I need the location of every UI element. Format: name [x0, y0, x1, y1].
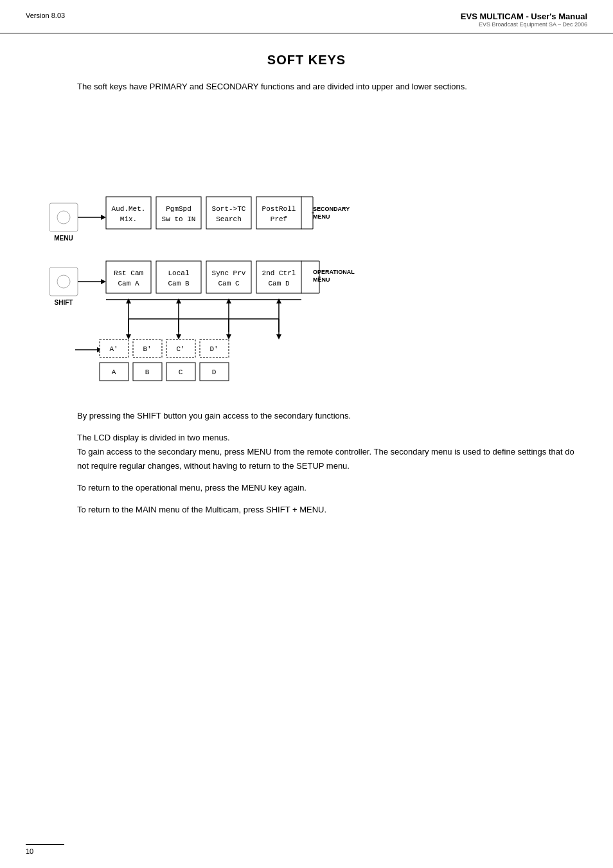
- svg-text:MENU: MENU: [54, 235, 73, 242]
- svg-text:C: C: [179, 368, 183, 376]
- svg-marker-4: [101, 215, 106, 220]
- svg-text:MENU: MENU: [313, 276, 330, 283]
- svg-text:SECONDARY: SECONDARY: [313, 206, 350, 212]
- svg-text:Cam D: Cam D: [268, 280, 289, 287]
- svg-rect-37: [256, 261, 301, 293]
- svg-marker-48: [126, 298, 131, 303]
- body-text-1: By pressing the SHIFT button you gain ac…: [77, 409, 587, 423]
- svg-marker-52: [226, 298, 231, 303]
- svg-marker-50: [176, 298, 181, 303]
- svg-text:D': D': [209, 345, 218, 353]
- svg-rect-14: [256, 197, 301, 229]
- svg-text:B: B: [145, 368, 150, 376]
- svg-text:PostRoll: PostRoll: [262, 205, 296, 213]
- svg-point-1: [57, 211, 70, 224]
- svg-text:Sort->TC: Sort->TC: [212, 205, 246, 213]
- svg-text:Cam B: Cam B: [168, 280, 189, 287]
- svg-text:C': C': [176, 345, 184, 353]
- svg-rect-34: [206, 261, 251, 293]
- page-number: 10: [26, 847, 33, 855]
- svg-text:Aud.Met.: Aud.Met.: [112, 205, 146, 213]
- svg-text:Sync Prv: Sync Prv: [212, 269, 246, 277]
- svg-text:2nd Ctrl: 2nd Ctrl: [262, 269, 296, 277]
- svg-marker-27: [101, 279, 106, 284]
- svg-rect-11: [206, 197, 251, 229]
- version-label: Version 8.03: [26, 12, 65, 19]
- svg-rect-8: [156, 197, 201, 229]
- diagram-svg: MENU Aud.Met. Mix. PgmSpd Sw to IN Sort-…: [26, 113, 587, 390]
- svg-text:B': B': [143, 345, 151, 353]
- svg-marker-58: [176, 334, 181, 339]
- svg-text:Cam C: Cam C: [218, 280, 239, 287]
- section-title: SOFT KEYS: [26, 53, 587, 68]
- svg-marker-62: [276, 334, 281, 339]
- svg-text:Mix.: Mix.: [120, 215, 137, 223]
- page-footer: 10: [26, 844, 64, 855]
- page-header: Version 8.03 EVS MULTICAM - User's Manua…: [0, 0, 613, 33]
- header-right: EVS MULTICAM - User's Manual EVS Broadca…: [461, 12, 587, 28]
- body-text-5: To return to the MAIN menu of the Multic…: [77, 503, 587, 517]
- svg-point-24: [57, 275, 70, 288]
- svg-text:A: A: [112, 368, 116, 376]
- svg-marker-56: [126, 334, 131, 339]
- svg-text:Search: Search: [216, 215, 242, 223]
- svg-text:MENU: MENU: [313, 213, 330, 220]
- svg-marker-60: [226, 334, 231, 339]
- svg-text:SHIFT: SHIFT: [55, 299, 73, 306]
- manual-subtitle: EVS Broadcast Equipment SA – Dec 2006: [461, 21, 587, 28]
- svg-text:D: D: [212, 368, 217, 376]
- body-text-4: To return to the operational menu, press…: [77, 481, 587, 495]
- manual-title: EVS MULTICAM - User's Manual: [461, 12, 587, 21]
- svg-text:Cam A: Cam A: [118, 280, 139, 287]
- intro-text: The soft keys have PRIMARY and SECONDARY…: [77, 80, 587, 94]
- svg-rect-31: [156, 261, 201, 293]
- body-text-2-3: The LCD display is divided in two menus.…: [77, 431, 587, 473]
- svg-marker-54: [276, 298, 281, 303]
- svg-text:PgmSpd: PgmSpd: [166, 205, 191, 213]
- diagram-area: MENU Aud.Met. Mix. PgmSpd Sw to IN Sort-…: [26, 113, 587, 390]
- page-content: SOFT KEYS The soft keys have PRIMARY and…: [0, 33, 613, 550]
- svg-text:Sw to IN: Sw to IN: [162, 215, 196, 223]
- svg-text:Rst Cam: Rst Cam: [114, 269, 144, 277]
- svg-text:A': A': [109, 345, 118, 353]
- svg-text:Pref: Pref: [271, 215, 287, 223]
- svg-rect-28: [106, 261, 151, 293]
- svg-rect-5: [106, 197, 151, 229]
- svg-text:Local: Local: [168, 269, 189, 277]
